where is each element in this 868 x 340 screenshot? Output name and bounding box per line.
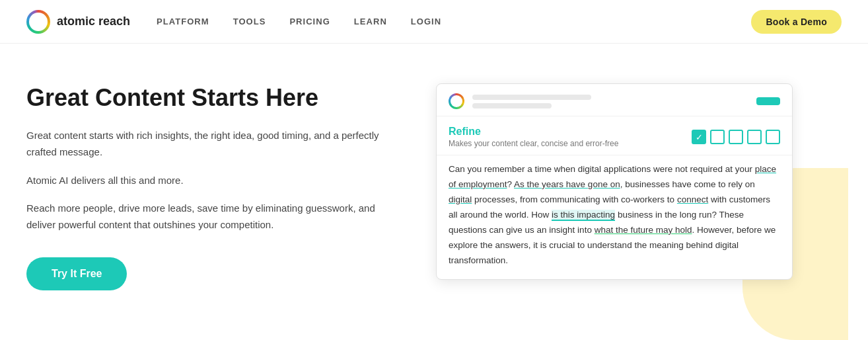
hero-body: Great content starts with rich insights,… bbox=[26, 128, 396, 234]
logo-icon bbox=[26, 10, 50, 34]
checkbox-4[interactable] bbox=[747, 130, 762, 144]
highlight-is-this-impacting: is this impacting bbox=[552, 210, 615, 221]
refine-subtitle: Makes your content clear, concise and er… bbox=[449, 139, 618, 148]
checkbox-3[interactable] bbox=[729, 130, 743, 144]
main-content: Great Content Starts Here Great content … bbox=[0, 44, 868, 340]
card-bar-medium bbox=[472, 103, 552, 108]
card-refine-section: Refine Makes your content clear, concise… bbox=[437, 116, 792, 155]
nav-login[interactable]: LOGIN bbox=[411, 17, 441, 26]
link-connect: connect bbox=[677, 194, 708, 204]
refine-title: Refine bbox=[449, 126, 618, 138]
card-action-button[interactable] bbox=[756, 97, 780, 105]
nav-learn[interactable]: LEARN bbox=[354, 17, 387, 26]
right-column: Refine Makes your content clear, concise… bbox=[436, 83, 842, 340]
card-bar-long bbox=[472, 95, 591, 100]
brand-name: atomic reach bbox=[57, 15, 130, 28]
try-free-button[interactable]: Try It Free bbox=[26, 257, 127, 290]
hero-para-3: Reach more people, drive more leads, sav… bbox=[26, 200, 396, 234]
left-column: Great Content Starts Here Great content … bbox=[26, 83, 396, 340]
content-card: Refine Makes your content clear, concise… bbox=[436, 83, 793, 280]
nav-pricing[interactable]: PRICING bbox=[289, 17, 330, 26]
book-demo-button[interactable]: Book a Demo bbox=[751, 10, 842, 34]
refine-checkboxes: ✓ bbox=[692, 130, 780, 144]
nav-tools[interactable]: TOOLS bbox=[233, 17, 266, 26]
card-body-text: Can you remember a time when digital app… bbox=[437, 155, 792, 279]
hero-para-1: Great content starts with rich insights,… bbox=[26, 128, 396, 161]
checkbox-1[interactable]: ✓ bbox=[692, 130, 706, 144]
checkbox-5[interactable] bbox=[766, 130, 780, 144]
card-logo-icon bbox=[449, 93, 464, 109]
checkbox-2[interactable] bbox=[710, 130, 725, 144]
hero-para-2: Atomic AI delivers all this and more. bbox=[26, 173, 396, 189]
hero-title: Great Content Starts Here bbox=[26, 83, 396, 112]
logo-area[interactable]: atomic reach bbox=[26, 10, 130, 34]
link-future-may-hold: what the future may hold bbox=[595, 225, 692, 235]
navbar: atomic reach PLATFORM TOOLS PRICING LEAR… bbox=[0, 0, 868, 44]
link-years-gone-on: As the years have gone on bbox=[514, 179, 620, 189]
card-bar-lines bbox=[472, 95, 756, 108]
nav-links: PLATFORM TOOLS PRICING LEARN LOGIN bbox=[157, 17, 751, 26]
link-digital: digital bbox=[449, 194, 472, 204]
nav-platform[interactable]: PLATFORM bbox=[157, 17, 209, 26]
card-top-bar bbox=[437, 84, 792, 116]
